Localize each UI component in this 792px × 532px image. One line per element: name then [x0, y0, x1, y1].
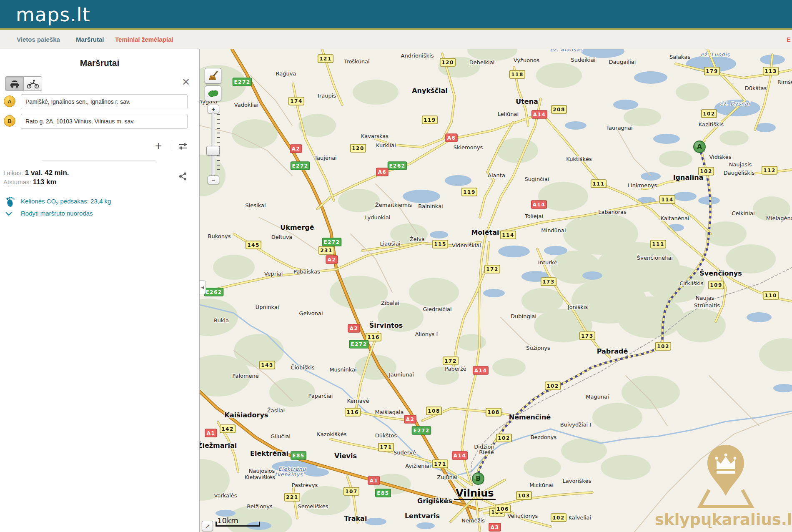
zoom-out-button[interactable]: −	[208, 176, 219, 184]
map-label-avi-ieniai: Avižieniai	[405, 463, 431, 469]
waypoint-a-input[interactable]	[21, 94, 188, 109]
show-directions-row[interactable]: Rodyti maršruto nuorodas	[5, 210, 13, 218]
svg-text:E85: E85	[377, 490, 389, 496]
map-label-e-luodis: ež. Luodis	[701, 52, 730, 58]
zoom-slider-handle[interactable]	[206, 146, 220, 156]
chevron-down-icon	[5, 211, 13, 217]
svg-text:119: 119	[424, 117, 436, 123]
map-label-tvenkinys: tvenkinys	[275, 472, 303, 477]
road-shield-172: 172	[485, 265, 500, 273]
svg-text:A14: A14	[533, 112, 546, 118]
road-shield-119: 119	[422, 116, 438, 124]
svg-text:171: 171	[434, 461, 446, 467]
fit-lithuania-button[interactable]	[205, 85, 221, 101]
car-icon	[8, 79, 21, 88]
collapse-sidebar-tab[interactable]: ◄	[200, 280, 206, 294]
svg-text:A3: A3	[491, 524, 499, 530]
road-shield-115: 115	[433, 240, 448, 248]
svg-text:221: 221	[286, 494, 298, 500]
map-label-debeikiai: Debeikiai	[469, 59, 495, 65]
road-shield-102: 102	[702, 110, 717, 118]
svg-text:103: 103	[518, 493, 530, 499]
map-label-giedrai-iai: Giedraičiai	[423, 306, 451, 312]
map-label-sudeikiai: Sudeikiai	[571, 57, 595, 63]
zoom-slider-track[interactable]	[211, 113, 215, 176]
nav-lang-partial[interactable]: E	[787, 36, 791, 43]
map-label-trakai: Trakai	[344, 514, 367, 522]
map-label-kernav-: Kernavė	[347, 398, 369, 404]
map-label-kietavi-k-s: Kietaviškės	[244, 474, 275, 480]
road-shield-145: 145	[246, 241, 261, 249]
svg-text:114: 114	[502, 232, 514, 238]
fullscreen-arrow-button[interactable]: ↗	[202, 521, 213, 531]
road-shield-121: 121	[318, 55, 333, 63]
road-shield-E272: E272	[291, 162, 310, 170]
map-label-kukti-k-s: Kuktiškės	[566, 156, 592, 162]
close-panel-button[interactable]: ✕	[182, 78, 190, 86]
map-label-kaziti-kis: Kazitiškis	[699, 121, 724, 128]
map-label-zuj-nai: Zujūnai	[437, 474, 458, 480]
map-label-anyk-iai: Anykščiai	[412, 87, 448, 95]
road-shield-112: 112	[762, 166, 777, 174]
road-shield-110: 110	[763, 291, 779, 299]
map-label-mielag-nai: Mielagėnai	[766, 215, 792, 221]
share-icon	[178, 172, 188, 181]
map-label-paber-: Paberžė	[445, 366, 466, 372]
map-label-tro-k-nai: Troškūnai	[343, 58, 369, 65]
map-label-zibalai: Zibalai	[381, 300, 399, 306]
route-marker-b[interactable]: B	[472, 473, 484, 484]
map-label-gilu-iai: Gilučiai	[271, 433, 291, 439]
travel-mode-group	[5, 76, 42, 91]
map-label-salakas: Salakas	[669, 54, 690, 60]
svg-text:172: 172	[444, 358, 457, 364]
zoom-in-button[interactable]: +	[208, 105, 219, 113]
svg-text:108: 108	[487, 409, 500, 415]
motorcycle-mode-button[interactable]	[24, 76, 42, 91]
add-waypoint-button[interactable]: +	[155, 141, 162, 151]
maps-lt-logo[interactable]: maps.lt	[16, 3, 90, 26]
divider	[42, 161, 156, 161]
map-label-tauj-nai: Taujėnai	[314, 155, 336, 161]
map-label--asliai: Žasliai	[267, 407, 285, 414]
sliders-icon	[178, 142, 188, 151]
road-shield-E272: E272	[350, 340, 368, 348]
map-label-dubingiai: Dubingiai	[511, 313, 536, 319]
svg-text:E272: E272	[292, 163, 308, 169]
svg-text:145: 145	[247, 242, 260, 248]
clear-map-button[interactable]	[205, 68, 221, 84]
route-panel: Maršrutai ✕ A	[0, 49, 199, 532]
waypoint-b-input[interactable]	[21, 114, 188, 129]
road-shield-172: 172	[443, 357, 459, 365]
map-label-elektr-n-: Elektrėnų	[278, 466, 306, 472]
road-shield-A2: A2	[404, 415, 416, 423]
svg-text:179: 179	[706, 68, 718, 74]
road-shield-102: 102	[545, 382, 561, 390]
map-canvas[interactable]: 121120118179113E272174208A14102119120A2A…	[199, 49, 792, 532]
map-label-su-ionys: Sužionys	[526, 345, 550, 351]
map-label-veliu-ionys: Veliučionys	[508, 513, 538, 519]
map-label-ukmerg-: Ukmergė	[280, 223, 314, 231]
nav-vietos-paieska[interactable]: Vietos paieška	[17, 36, 60, 43]
road-shield-114: 114	[501, 231, 516, 239]
svg-text:102: 102	[703, 111, 715, 117]
road-shield-E262: E262	[388, 162, 407, 170]
nav-teminiai-zemelapiai[interactable]: Teminiai žemėlapiai	[115, 36, 173, 43]
road-shield-E272: E272	[233, 78, 252, 86]
map-label-grigi-k-s: Grigiškės	[417, 497, 452, 505]
svg-text:A14: A14	[454, 453, 466, 459]
share-route-button[interactable]	[178, 172, 188, 183]
nav-marsrutai[interactable]: Maršrutai	[76, 36, 104, 43]
road-shield-A6: A6	[446, 134, 457, 142]
map-label-liau-iai: Liaušiai	[380, 241, 400, 247]
map-label-kai-iadorys: Kaišiadorys	[225, 411, 268, 419]
co2-footprint-row[interactable]: Kelionės CO2 pėdsakas: 23,4 kg	[5, 196, 16, 209]
car-mode-button[interactable]	[5, 76, 24, 91]
map-label-bei-ionys: Beižionys	[247, 503, 273, 509]
route-options-button[interactable]	[178, 142, 188, 153]
road-shield-E85: E85	[376, 489, 391, 497]
road-shield-A14: A14	[531, 201, 547, 208]
map-label--irvintos: Širvintos	[369, 321, 403, 329]
route-marker-a[interactable]: A	[694, 141, 705, 153]
svg-text:102: 102	[552, 515, 565, 521]
road-shield-A2: A2	[348, 324, 360, 332]
